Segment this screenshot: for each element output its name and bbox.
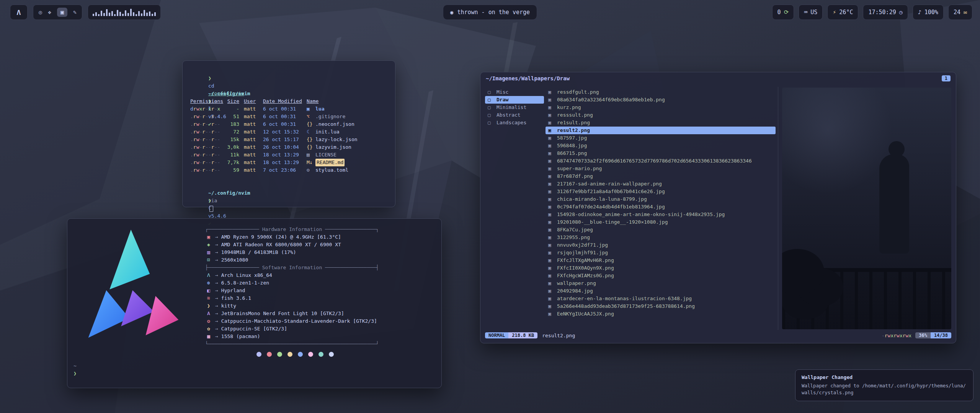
- ls-header-row: Permissions Size User Date Modified Name: [190, 98, 387, 105]
- file-name: ressdfgult.png: [557, 88, 599, 96]
- sidebar-folder-item[interactable]: ▢ Landscapes: [485, 119, 544, 127]
- file-list-item[interactable]: ▣ 217167-sad-anime-rain-wallpaper.png: [546, 180, 776, 188]
- notification-toast[interactable]: Wallpaper Changed Wallpaper changed to /…: [795, 369, 973, 401]
- file-name: init.lua: [315, 128, 340, 136]
- file-name: wallpaper.png: [557, 280, 596, 287]
- mode-badge: NORMAL: [485, 332, 508, 338]
- status-bar: NORMAL 218.8 KB result2.png -rwxrwxrwx 3…: [485, 331, 951, 340]
- file-list-item[interactable]: ▣ nnvuv0xj2df71.jpg: [546, 241, 776, 249]
- ls-row: .rw-r--r-- 72 matt 12 oct 15:32 ☾ init.l…: [190, 128, 387, 136]
- file-size: 3,0k: [224, 143, 244, 151]
- file-list-item[interactable]: ▣ 587597.jpg: [546, 134, 776, 142]
- terminal-window-fetch[interactable]: ┌───────────────── Hardware Information …: [67, 218, 442, 388]
- file-name-cell: {} lazyvim.json: [307, 143, 387, 151]
- file-list-item[interactable]: ▣ atardecer-en-la-montanas-ilustracion-6…: [546, 295, 776, 302]
- file-list-item[interactable]: ▣ chica-mirando-la-luna-8799.jpg: [546, 195, 776, 203]
- palette-dot: [298, 352, 303, 357]
- file-list-item[interactable]: ▣ result2.png: [546, 127, 776, 134]
- info-value: Arch Linux x86_64: [221, 272, 272, 279]
- file-list-item[interactable]: ▣ resssult.png: [546, 111, 776, 119]
- file-list-item[interactable]: ▣ 3122955.png: [546, 234, 776, 241]
- file-list-item[interactable]: ▣ 8FKa7Cu.jpeg: [546, 226, 776, 234]
- updates-module[interactable]: 0 ⟳: [772, 5, 794, 20]
- file-list-item[interactable]: ▣ ressdfgult.png: [546, 88, 776, 96]
- terminal-window-nvim[interactable]: ❯ cd .config/nvim ~/.config/nvim via ☾ v…: [182, 60, 395, 207]
- file-list-item[interactable]: ▣ FXfcII0X0AQyn9X.png: [546, 264, 776, 272]
- file-list-item[interactable]: ▣ re1sult.png: [546, 119, 776, 127]
- workspace-icon[interactable]: ✎: [73, 9, 77, 16]
- volume-level: 100%: [924, 9, 938, 16]
- file-list-item[interactable]: ▣ 5a266e448add93deab367d87173e9f25-68378…: [546, 302, 776, 310]
- file-list-item[interactable]: ▣ 20492984.jpg: [546, 287, 776, 295]
- file-list-item[interactable]: ▣ 866715.png: [546, 150, 776, 157]
- media-disc-icon: ◉: [450, 9, 453, 15]
- fetch-info-column: ┌───────────────── Hardware Information …: [205, 224, 435, 357]
- file-size: 11k: [224, 151, 244, 159]
- weather-module[interactable]: ⚡ 26°C: [827, 5, 858, 20]
- volume-module[interactable]: ♪ 100%: [913, 5, 944, 20]
- file-list-item[interactable]: ▣ 87r687df.png: [546, 172, 776, 180]
- file-name-cell: ▤ LICENSE: [307, 151, 387, 159]
- file-list-item[interactable]: ▣ 596848.jpg: [546, 142, 776, 150]
- media-player-module[interactable]: ◉ thrown - on the verge: [443, 5, 537, 20]
- sidebar-folder-item[interactable]: ▢ Draw: [485, 96, 544, 104]
- folder-icon: ▢: [488, 119, 494, 127]
- file-date: 18 oct 13:29: [263, 159, 307, 166]
- info-value: 1558 (pacman): [221, 333, 260, 340]
- audio-visualizer: [88, 5, 161, 20]
- top-bar: Λ ◎ ❖ ▣ ✎: [0, 5, 980, 21]
- workspace-icon[interactable]: ◎: [39, 9, 42, 16]
- terminal-color-palette: [205, 352, 385, 357]
- file-list-item[interactable]: ▣ 0c794faf07de24a4db4d4fb1eb813964.jpg: [546, 203, 776, 211]
- file-name-cell: ▣ lua: [307, 105, 387, 113]
- file-list-item[interactable]: ▣ EeNKYgIUcAAJ5JX.png: [546, 310, 776, 318]
- workspace-icon[interactable]: ❖: [48, 9, 51, 16]
- file-size: 15k: [224, 136, 244, 143]
- file-list-item[interactable]: ▣ kurz.png: [546, 104, 776, 111]
- app-launcher-button[interactable]: Λ: [10, 5, 28, 20]
- file-list-item[interactable]: ▣ 08a634fa02a32364f69ebc86a98eb1eb.png: [546, 96, 776, 104]
- info-value: fish 3.6.1: [221, 294, 251, 302]
- file-list-item[interactable]: ▣ super-mario.png: [546, 165, 776, 172]
- fetch-prompt-area[interactable]: ~ ❯: [74, 362, 435, 377]
- filesize-badge: 218.8 KB: [508, 332, 537, 338]
- visualizer-bar: [154, 12, 156, 16]
- file-list-item[interactable]: ▣ 68747470733a2f2f696d616765732d7769786d…: [546, 157, 776, 165]
- file-list-item[interactable]: ▣ 19201080-__blue-tinge__-1920×1080.jpg: [546, 218, 776, 226]
- clock-module[interactable]: 17:50:29 ◷: [863, 5, 908, 20]
- image-file-icon: ▣: [548, 104, 554, 111]
- file-size: 7,7k: [224, 159, 244, 166]
- tab-badge[interactable]: 1: [942, 75, 951, 81]
- lightning-icon: ⚡: [833, 9, 836, 16]
- sidebar-folder-item[interactable]: ▢ Abstract: [485, 111, 544, 119]
- notifications-module[interactable]: 24 ✉: [948, 5, 972, 20]
- file-name-cell: ☾ init.lua: [307, 128, 387, 136]
- file-name: 87r687df.png: [557, 172, 593, 180]
- col-name: Name: [307, 98, 387, 105]
- image-file-icon: ▣: [548, 111, 554, 119]
- file-permissions: .rw-r--r--: [190, 128, 224, 136]
- fetch-layout: ┌───────────────── Hardware Information …: [74, 224, 435, 357]
- software-icon: ✿: [205, 325, 212, 333]
- sidebar-folder-item[interactable]: ▢ Misc: [485, 88, 544, 96]
- image-file-icon: ▣: [548, 157, 554, 165]
- keyboard-layout-module[interactable]: ⌨ US: [799, 5, 823, 20]
- workspace-icon[interactable]: ▣: [57, 8, 67, 17]
- file-list-item[interactable]: ▣ 3126f7e9bbf21a8a4af0b67b041c6e26.jpg: [546, 188, 776, 195]
- info-row: ≋ → fish 3.6.1: [205, 294, 435, 302]
- file-list-item[interactable]: ▣ wallpaper.png: [546, 280, 776, 287]
- visualizer-bar: [103, 13, 105, 16]
- file-list-item[interactable]: ▣ rsjqojlmjhf91.jpg: [546, 249, 776, 257]
- file-list-item[interactable]: ▣ FXfcHgcWIAMzs0G.png: [546, 272, 776, 280]
- file-name: super-mario.png: [557, 165, 602, 172]
- file-manager-window[interactable]: ~/Imagenes/Wallpapers/Draw 1 ▢ Misc ▢ Dr…: [480, 72, 956, 343]
- visualizer-bar: [109, 13, 110, 16]
- sidebar-folder-item[interactable]: ▢ Minimalist: [485, 104, 544, 111]
- file-date: 6 oct 00:31: [263, 105, 307, 113]
- image-file-icon: ▣: [548, 211, 554, 218]
- hardware-icon: ◈: [205, 241, 212, 249]
- filetype-icon: ▤: [307, 151, 313, 159]
- file-list-item[interactable]: ▣ 154928-odinokoe_anime-art-anime-okno-s…: [546, 211, 776, 218]
- file-list-item[interactable]: ▣ FXfcJlTXgAMvH6R.png: [546, 257, 776, 264]
- topbar-right-group: 0 ⟳ ⌨ US ⚡ 26°C 17:50:29 ◷ ♪ 100% 24 ✉: [772, 5, 972, 20]
